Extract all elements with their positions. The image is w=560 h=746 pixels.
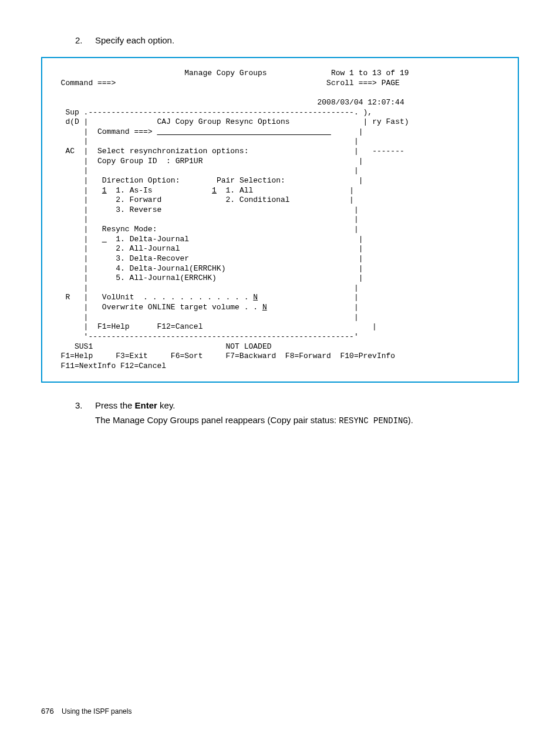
resync-input[interactable]: _ bbox=[102, 235, 107, 244]
panel-title: Manage Copy Groups bbox=[184, 69, 266, 77]
volunit-input[interactable]: N bbox=[253, 293, 258, 302]
direction-input[interactable]: 1 bbox=[102, 186, 107, 195]
step-text: Press the Enter key. bbox=[95, 400, 175, 410]
resync-label: Resync Mode: bbox=[102, 225, 157, 234]
copy-group-id: Copy Group ID : GRP1UR bbox=[97, 157, 203, 166]
overwrite-input[interactable]: N bbox=[262, 303, 267, 312]
copy-pair-status: RESYNC PENDING bbox=[339, 416, 408, 426]
terminal-screenshot: Manage Copy Groups Row 1 to 13 of 19 Com… bbox=[41, 57, 519, 383]
modal-title: CAJ Copy Group Resync Options bbox=[157, 117, 289, 126]
pair-input[interactable]: 1 bbox=[212, 186, 217, 195]
instruction-step-2: 2. Specify each option. bbox=[75, 35, 519, 45]
overwrite-label: Overwrite ONLINE target volume . . bbox=[102, 303, 262, 312]
direction-label: Direction Option: bbox=[102, 176, 180, 185]
modal-command[interactable]: Command ===> bbox=[97, 127, 153, 136]
footer-title: Using the ISPF panels bbox=[62, 707, 131, 715]
page-number: 676 bbox=[41, 707, 54, 715]
step-result: The Manage Copy Groups panel reappears (… bbox=[95, 414, 519, 427]
select-heading: Select resynchronization options: bbox=[97, 147, 248, 156]
enter-key: Enter bbox=[135, 400, 157, 410]
pair-label: Pair Selection: bbox=[217, 176, 285, 185]
row-indicator: Row 1 to 13 of 19 bbox=[331, 69, 409, 77]
scroll-info: Scroll ===> PAGE bbox=[326, 79, 400, 87]
terminal-content: Manage Copy Groups Row 1 to 13 of 19 Com… bbox=[52, 69, 508, 371]
volunit-label: VolUnit . . . . . . . . . . . . bbox=[102, 293, 253, 302]
f1-help[interactable]: F1=Help bbox=[97, 322, 130, 331]
instruction-step-3: 3. Press the Enter key. The Manage Copy … bbox=[75, 400, 519, 427]
step-number: 2. bbox=[75, 35, 95, 45]
sus-label: SUS1 bbox=[75, 342, 93, 351]
command-prompt[interactable]: Command ===> bbox=[61, 79, 116, 87]
f12-cancel[interactable]: F12=Cancel bbox=[157, 322, 203, 331]
page-footer: 676 Using the ISPF panels bbox=[41, 707, 131, 715]
datetime: 2008/03/04 12:07:44 bbox=[317, 98, 404, 107]
not-loaded: NOT LOADED bbox=[225, 342, 271, 351]
step-number: 3. bbox=[75, 400, 95, 410]
fkey-bar-1[interactable]: F1=Help F3=Exit F6=Sort F7=Backward F8=F… bbox=[52, 352, 395, 360]
step-text: Specify each option. bbox=[95, 35, 174, 45]
command-input[interactable] bbox=[157, 127, 330, 136]
fkey-bar-2[interactable]: F11=NextInfo F12=Cancel bbox=[52, 362, 166, 370]
